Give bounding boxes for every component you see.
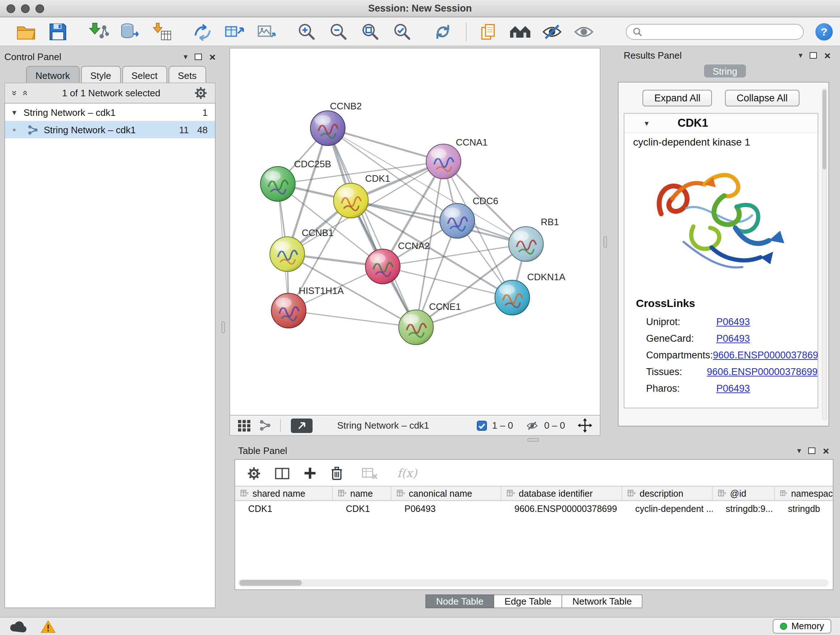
column-header-canonical-name[interactable]: canonical name <box>392 486 501 501</box>
copy-button[interactable] <box>477 20 500 43</box>
close-panel-icon[interactable]: × <box>824 50 831 60</box>
gene-section-header[interactable]: ▾ CDK1 <box>624 114 818 133</box>
zoom-fit-button[interactable] <box>359 20 382 43</box>
float-panel-icon[interactable] <box>195 53 202 60</box>
table-settings-gear-icon[interactable] <box>247 466 261 480</box>
warning-icon[interactable] <box>41 619 56 633</box>
collapse-all-button[interactable]: Collapse All <box>725 90 799 106</box>
cloud-icon[interactable] <box>9 620 27 633</box>
refresh-layout-button[interactable] <box>431 20 454 43</box>
network-edge[interactable] <box>289 310 416 327</box>
cell-database-identifier[interactable]: 9606.ENSP00000378699 <box>501 501 622 516</box>
collapse-all-icon[interactable]: » <box>10 90 19 96</box>
import-network-file-button[interactable] <box>87 20 110 43</box>
network-node-CDC25B[interactable] <box>261 166 295 201</box>
tab-edge-table[interactable]: Edge Table <box>494 594 562 608</box>
delete-trash-icon[interactable] <box>330 466 344 481</box>
cell-id[interactable]: stringdb:9... <box>713 501 775 516</box>
save-session-button[interactable] <box>46 20 69 43</box>
results-scrollbar[interactable] <box>822 88 827 420</box>
float-panel-icon[interactable] <box>810 52 817 58</box>
add-row-plus-icon[interactable] <box>303 466 317 480</box>
cell-description[interactable]: cyclin-dependent ... <box>622 501 713 516</box>
tab-string[interactable]: String <box>704 65 746 78</box>
hidden-eye-slash-icon[interactable] <box>525 420 539 431</box>
tab-network-table[interactable]: Network Table <box>562 594 643 608</box>
expand-all-icon[interactable]: « <box>21 90 31 96</box>
import-table-button[interactable] <box>150 20 174 43</box>
column-header-name[interactable]: name <box>333 486 392 501</box>
panel-menu-icon[interactable]: ▾ <box>797 447 801 454</box>
selected-checkbox-icon[interactable] <box>477 420 487 431</box>
minimize-window-button[interactable] <box>21 4 30 13</box>
network-collection-row[interactable]: ▾ String Network – cdk1 1 <box>5 103 215 121</box>
close-panel-icon[interactable]: × <box>209 51 216 62</box>
network-options-gear-icon[interactable] <box>194 86 208 100</box>
network-node-CCNA2[interactable] <box>365 249 400 284</box>
graph-overview-icon[interactable] <box>259 419 271 432</box>
zoom-in-button[interactable] <box>295 20 318 43</box>
crosslink-link[interactable]: P06493 <box>716 333 750 344</box>
network-node-RB1[interactable] <box>508 226 543 261</box>
network-node-CDC6[interactable] <box>440 203 475 238</box>
search-input[interactable] <box>647 27 797 36</box>
network-edge[interactable] <box>328 128 444 162</box>
network-edge[interactable] <box>328 128 416 327</box>
zoom-selected-button[interactable] <box>391 20 414 43</box>
network-node-CDK1[interactable] <box>333 183 368 218</box>
column-header-id[interactable]: @id <box>713 486 775 501</box>
panel-menu-icon[interactable]: ▾ <box>183 52 187 60</box>
tab-sets[interactable]: Sets <box>168 66 206 82</box>
zoom-out-button[interactable] <box>327 20 350 43</box>
tab-select[interactable]: Select <box>122 66 167 82</box>
tab-network[interactable]: Network <box>26 66 79 82</box>
network-node-HIST1H1A[interactable] <box>271 293 306 328</box>
crosslink-link[interactable]: P06493 <box>716 317 750 327</box>
close-window-button[interactable] <box>6 4 15 13</box>
splitter-handle[interactable] <box>603 236 607 248</box>
detach-view-button[interactable] <box>291 418 313 432</box>
network-node-CCNA1[interactable] <box>426 144 461 179</box>
splitter-handle[interactable] <box>221 321 225 333</box>
network-table-export-button[interactable] <box>223 20 246 43</box>
tab-style[interactable]: Style <box>81 66 120 82</box>
tab-node-table[interactable]: Node Table <box>425 594 494 608</box>
crosslink-link[interactable]: P06493 <box>716 383 750 394</box>
cell-name[interactable]: CDK1 <box>333 501 392 516</box>
column-header-description[interactable]: description <box>622 486 713 501</box>
expand-all-button[interactable]: Expand All <box>643 90 712 106</box>
network-canvas[interactable]: CCNB2CCNA1CDC25BCDK1CDC6RB1CCNB1CCNA2CDK… <box>229 48 600 416</box>
cell-namespace[interactable]: stringdb <box>775 501 833 516</box>
open-session-button[interactable] <box>14 20 38 43</box>
hide-selected-button[interactable] <box>540 20 564 43</box>
crosslink-link[interactable]: 9606.ENSP00000378699 <box>707 366 818 377</box>
splitter-handle[interactable] <box>527 438 539 442</box>
network-row[interactable]: ● String Network – cdk1 11 48 <box>5 121 215 138</box>
show-columns-icon[interactable] <box>274 466 290 480</box>
network-node-CCNB2[interactable] <box>310 111 345 146</box>
column-header-namespace[interactable]: namespac <box>775 486 833 501</box>
show-all-button[interactable] <box>572 20 595 43</box>
pan-crosshair-icon[interactable] <box>577 418 592 433</box>
close-panel-icon[interactable]: × <box>823 445 829 456</box>
network-node-CCNB1[interactable] <box>270 237 305 272</box>
zoom-window-button[interactable] <box>35 4 44 13</box>
table-horizontal-scrollbar[interactable] <box>238 579 829 586</box>
column-header-shared-name[interactable]: shared name <box>235 486 333 501</box>
crosslink-link[interactable]: 9606.ENSP00000378699 <box>713 350 818 361</box>
birdseye-grid-icon[interactable] <box>237 419 252 432</box>
collection-expand-icon[interactable]: ▾ <box>12 108 16 116</box>
network-node-CCNE1[interactable] <box>399 310 433 345</box>
home-button[interactable] <box>508 20 532 43</box>
import-network-database-button[interactable] <box>118 20 142 43</box>
cell-canonical-name[interactable]: P06493 <box>392 501 501 516</box>
help-button[interactable]: ? <box>815 23 833 40</box>
panel-menu-icon[interactable]: ▾ <box>798 51 802 59</box>
float-panel-icon[interactable] <box>808 447 815 454</box>
network-tools-button[interactable] <box>191 20 214 43</box>
network-node-CDKN1A[interactable] <box>495 280 530 315</box>
export-image-button[interactable] <box>255 20 278 43</box>
network-graph[interactable]: CCNB2CCNA1CDC25BCDK1CDC6RB1CCNB1CCNA2CDK… <box>230 49 600 415</box>
memory-button[interactable]: Memory <box>773 619 831 633</box>
section-collapse-icon[interactable]: ▾ <box>645 119 649 127</box>
